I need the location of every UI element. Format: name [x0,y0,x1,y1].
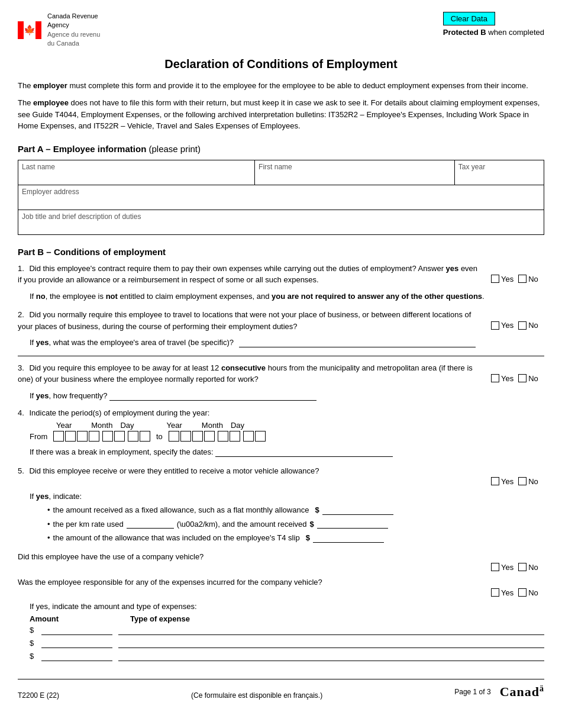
cv-no-label: No [528,563,538,572]
q5-no-checkbox[interactable] [518,477,527,485]
resp-no-label: No [528,588,538,597]
expense-amt-2-input[interactable] [41,639,112,648]
q1-no-item[interactable]: No [518,275,538,284]
to-day-group [243,431,266,442]
q5-t4-amount-input[interactable] [313,533,384,543]
q2-travel-area-input[interactable] [239,338,476,347]
q5-bullet1-text: the amount received as a fixed allowance… [53,504,309,516]
cv-no-checkbox[interactable] [518,563,527,571]
from-day-d2[interactable] [140,431,150,442]
first-name-input[interactable] [259,171,451,182]
expense-row-3: $ [30,652,544,661]
from-year-d1[interactable] [53,431,64,442]
q4-break-dates-input[interactable] [215,447,393,457]
question-3-text: 3. Did you require this employee to be a… [18,362,491,385]
expense-amt-3-input[interactable] [41,652,112,661]
q5-fixed-allowance-input[interactable] [322,505,393,515]
date-row: Year Month Day Year Month Day From [30,421,544,442]
to-day-d1[interactable] [243,431,254,442]
q1-no-checkbox[interactable] [518,275,527,283]
to-year-d2[interactable] [180,431,191,442]
employer-address-label: Employer address [22,188,540,196]
q1-no-label: No [528,275,538,284]
from-year-d4[interactable] [89,431,99,442]
q5-bullet2-row: • the per km rate used (\u00a2/km), and … [47,518,544,530]
q5-yes-item[interactable]: Yes [491,477,513,486]
q3-yes-checkbox[interactable] [491,374,499,382]
q3-yes-label: Yes [501,374,513,383]
from-year-d3[interactable] [77,431,88,442]
tax-year-input[interactable] [458,171,540,182]
q3-frequency-input[interactable] [109,391,316,401]
q5-km-rate-input[interactable] [127,519,174,529]
canada-wordmark: Canadä [500,684,544,700]
q5-bullet2-unit: (\u00a2/km), and the amount received [177,518,307,530]
q5-bullet2-dollar: $ [309,518,314,530]
q5-yes-label: Yes [501,477,513,486]
q5-bullet3-text: the amount of the allowance that was inc… [53,532,300,544]
question-2-text: 2. Did you normally require this employe… [18,309,491,332]
from-year-d2[interactable] [65,431,76,442]
intro-employee: The employee does not have to file this … [18,97,544,132]
q4-break-sub: If there was a break in employment, spec… [30,446,544,458]
clear-data-button[interactable]: Clear Data [443,12,495,25]
q5-no-item[interactable]: No [518,477,538,486]
q2-no-item[interactable]: No [518,321,538,330]
cv-yes-item[interactable]: Yes [491,563,513,572]
resp-yes-label: Yes [501,588,513,597]
question-1-sub: If no, the employee is not entitled to c… [30,291,544,302]
expense-type-1-input[interactable] [118,626,544,635]
to-year-d4[interactable] [204,431,215,442]
resp-yes-checkbox[interactable] [491,588,499,597]
resp-no-item[interactable]: No [518,588,538,597]
q3-no-item[interactable]: No [518,374,538,383]
q5-no-label: No [528,477,538,486]
to-label: to [156,432,163,441]
q2-yes-item[interactable]: Yes [491,321,513,330]
protected-label: Protected B when completed [443,28,544,37]
from-day-d1[interactable] [128,431,138,442]
from-month-d1[interactable] [102,431,113,442]
responsible-row: Was the employee responsible for any of … [18,576,544,597]
from-month-group [102,431,125,442]
question-1-row: 1. Did this employee's contract require … [18,263,544,286]
q2-no-checkbox[interactable] [518,321,527,330]
expense-type-3-input[interactable] [118,652,544,661]
expense-header: Amount Type of expense [30,614,544,623]
job-title-input[interactable] [22,221,540,232]
if-yes-expenses-label: If yes, indicate the amount and type of … [30,602,544,611]
q3-yes-item[interactable]: Yes [491,374,513,383]
to-year-d3[interactable] [192,431,203,442]
q3-no-label: No [528,374,538,383]
q1-yes-item[interactable]: Yes [491,275,513,284]
from-month-d2[interactable] [114,431,125,442]
first-name-label: First name [259,163,451,171]
q5-bullet1-row: • the amount received as a fixed allowan… [47,504,544,516]
q1-yes-checkbox[interactable] [491,275,499,283]
q1-yes-label: Yes [501,275,513,284]
top-right-area: Clear Data Protected B when completed [443,12,544,37]
q2-yes-checkbox[interactable] [491,321,499,330]
resp-yes-item[interactable]: Yes [491,588,513,597]
part-a-table: Last name First name Tax year Employer a… [18,160,544,235]
cv-no-item[interactable]: No [518,563,538,572]
expense-type-2-input[interactable] [118,639,544,648]
to-day-d2[interactable] [255,431,266,442]
to-month-d1[interactable] [218,431,228,442]
svg-text:🍁: 🍁 [24,24,35,36]
page-number: Page 1 of 3 [454,688,490,696]
q5-yes-checkbox[interactable] [491,477,499,485]
resp-no-checkbox[interactable] [518,588,527,597]
expense-amt-1-input[interactable] [41,626,112,635]
last-name-input[interactable] [22,171,251,182]
to-month-d2[interactable] [230,431,240,442]
cv-yes-checkbox[interactable] [491,563,499,571]
question-2-sub: If yes, what was the employee's area of … [30,337,544,349]
amount-col-header: Amount [30,614,118,623]
q5-km-amount-input[interactable] [317,519,388,529]
question-1-text: 1. Did this employee's contract require … [18,263,491,286]
employer-address-input[interactable] [22,196,540,207]
q3-no-checkbox[interactable] [518,374,527,382]
to-year-d1[interactable] [169,431,179,442]
q5-bullet3-dollar: $ [306,532,310,544]
